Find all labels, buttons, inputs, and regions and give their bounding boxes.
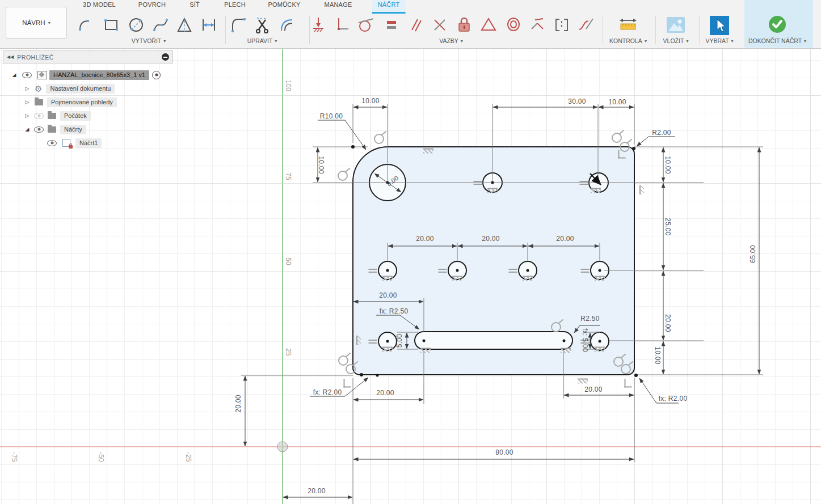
equal-constraint-icon[interactable] <box>581 269 590 270</box>
tree-root-label[interactable]: HANZAL_bocnice_80x65x3_1 v1 <box>49 70 149 80</box>
dimension-label[interactable]: 20.00 <box>482 235 500 243</box>
design-dropdown-button[interactable]: NÁVRH ▾ <box>6 7 67 39</box>
curvature-constraint-tool-icon[interactable] <box>553 15 571 36</box>
collapsed-arrow-icon[interactable]: ▷ <box>24 86 31 91</box>
tab-nacrt[interactable]: NÁČRT <box>372 0 406 14</box>
tree-row-document-settings[interactable]: ▷ ⚙ Nastavení dokumentu <box>3 82 173 95</box>
fillet-tool-icon[interactable] <box>229 15 248 37</box>
tab-povrch[interactable]: POVRCH <box>133 0 171 14</box>
select-group-dropdown[interactable]: VYBRAT▾ <box>705 37 733 44</box>
perpendicular-constraint-icon[interactable] <box>618 150 626 159</box>
dimension-label[interactable]: 10.00 <box>664 156 672 174</box>
dimension-label[interactable]: 20.00 <box>584 386 603 393</box>
perpendicular-constraint-icon[interactable] <box>625 379 632 388</box>
collapse-panel-icon[interactable]: ◀◀ <box>7 54 14 60</box>
collapsed-arrow-icon[interactable]: ▷ <box>24 113 31 118</box>
parallel-constraint-tool-icon[interactable] <box>407 15 424 36</box>
coincident-constraint-icon[interactable] <box>523 276 533 281</box>
equal-constraint-icon[interactable] <box>580 181 588 182</box>
tangent-constraint-icon[interactable] <box>551 322 561 332</box>
coincident-constraint-icon[interactable] <box>420 348 431 353</box>
dimension-label[interactable]: fx: R2.00 <box>659 395 688 403</box>
coincident-constraint-icon[interactable] <box>591 188 601 193</box>
mirror-tool-icon[interactable] <box>175 15 194 37</box>
coincident-constraint-icon[interactable] <box>452 276 462 281</box>
tree-item-label[interactable]: Nastavení dokumentu <box>46 84 115 94</box>
visibility-eye-icon[interactable] <box>22 72 32 78</box>
perpendicular-constraint-tool-icon[interactable] <box>431 15 448 36</box>
collapsed-arrow-icon[interactable]: ▷ <box>24 99 31 105</box>
equal-constraint-icon[interactable] <box>439 269 447 270</box>
tab-sit[interactable]: SÍŤ <box>184 0 205 14</box>
dimension-label[interactable]: 20.00 <box>308 487 326 495</box>
tree-item-label[interactable]: Pojmenované pohledy <box>47 98 117 107</box>
tab-pomucky[interactable]: POMŮCKY <box>262 0 306 14</box>
rectangle-tool-icon[interactable] <box>102 15 121 37</box>
dimension-label[interactable]: fx: R2.50 <box>380 307 409 315</box>
spline-tool-icon[interactable] <box>151 15 170 37</box>
visibility-eye-off-icon[interactable] <box>34 113 44 119</box>
tree-item-label[interactable]: Náčrt1 <box>75 138 102 148</box>
tangent-constraint-icon[interactable] <box>612 133 622 143</box>
insert-image-tool-icon[interactable] <box>666 15 686 37</box>
inspect-group-dropdown[interactable]: KONTROLA▾ <box>609 37 647 44</box>
tangent-constraint-icon[interactable] <box>338 355 348 366</box>
dimension-label[interactable]: 5.00 <box>395 334 403 348</box>
tangent-constraint-icon[interactable] <box>374 134 384 144</box>
minimize-panel-icon[interactable] <box>162 53 169 61</box>
tab-plech[interactable]: PLECH <box>218 0 251 14</box>
midpoint-constraint-tool-icon[interactable] <box>528 15 546 36</box>
browser-header[interactable]: ◀◀ PROHLÍŽEČ <box>3 50 173 63</box>
dimension-label[interactable]: 20.00 <box>556 235 574 243</box>
create-group-dropdown[interactable]: VYTVOŘIT▾ <box>132 37 166 44</box>
dimension-label[interactable]: 20.00 <box>664 314 672 332</box>
visibility-eye-icon[interactable] <box>47 140 57 146</box>
dimension-label[interactable]: R2.00 <box>652 129 671 137</box>
tab-3d-model[interactable]: 3D MODEL <box>77 0 121 14</box>
tangent-constraint-tool-icon[interactable] <box>356 15 376 36</box>
measure-tool-icon[interactable] <box>617 15 639 37</box>
vertical-constraint-icon[interactable] <box>639 185 644 194</box>
fix-lock-constraint-tool-icon[interactable] <box>456 15 473 37</box>
dimension-label[interactable]: 10.00 <box>361 97 380 105</box>
tab-manage[interactable]: MANAGE <box>319 0 358 14</box>
equal-constraint-icon[interactable] <box>474 181 482 182</box>
smooth-constraint-tool-icon[interactable] <box>576 15 596 36</box>
expand-triangle-icon[interactable]: ◢ <box>11 72 18 78</box>
coincident-constraint-tool-icon[interactable] <box>310 15 327 36</box>
expand-triangle-icon[interactable]: ◢ <box>24 126 31 132</box>
coincident-constraint-icon[interactable] <box>595 347 605 352</box>
coincident-constraint-icon[interactable] <box>595 276 605 281</box>
modify-group-dropdown[interactable]: UPRAVIT▾ <box>247 37 277 44</box>
vertical-constraint-icon[interactable] <box>356 336 361 345</box>
horizontal-vertical-constraint-tool-icon[interactable] <box>334 15 351 36</box>
dimension-label[interactable]: R2.50 <box>580 315 600 323</box>
constraints-group-dropdown[interactable]: VAZBY▾ <box>439 37 463 44</box>
equal-constraint-icon[interactable] <box>369 340 377 341</box>
tree-row-sketches[interactable]: ◢ Náčrty <box>3 122 173 136</box>
sketch-dimension-tool-icon[interactable] <box>199 15 218 37</box>
tree-row-named-views[interactable]: ▷ Pojmenované pohledy <box>3 95 173 109</box>
activate-component-radio[interactable] <box>152 71 161 79</box>
dimension-label[interactable]: 10.00 <box>654 346 662 365</box>
tree-item-label[interactable]: Náčrty <box>60 125 86 134</box>
dimension-label[interactable]: 20.00 <box>379 291 397 299</box>
dimension-label[interactable]: 25.00 <box>664 218 672 236</box>
coincident-constraint-icon[interactable] <box>561 348 571 353</box>
dimension-label[interactable]: 30.00 <box>568 98 586 105</box>
dimension-label[interactable]: 20.00 <box>376 389 394 397</box>
line-tool-icon[interactable] <box>77 15 96 37</box>
dimension-label[interactable]: 20.00 <box>234 395 242 413</box>
dimension-label[interactable]: fx: R2.00 <box>313 388 342 396</box>
visibility-eye-icon[interactable] <box>34 126 44 133</box>
dimension-label[interactable]: R10.00 <box>320 112 343 120</box>
equal-constraint-icon[interactable] <box>509 269 517 270</box>
concentric-constraint-tool-icon[interactable] <box>504 15 523 36</box>
finish-sketch-dropdown[interactable]: DOKONČIT NÁČRT▾ <box>748 37 806 44</box>
tangent-constraint-icon[interactable] <box>621 364 631 374</box>
dimension-label[interactable]: 10.00 <box>608 98 626 106</box>
coincident-constraint-icon[interactable] <box>487 188 498 193</box>
tangent-constraint-icon[interactable] <box>346 364 356 374</box>
tree-row-sketch1[interactable]: Náčrt1 <box>3 136 173 150</box>
offset-tool-icon[interactable] <box>277 15 296 37</box>
